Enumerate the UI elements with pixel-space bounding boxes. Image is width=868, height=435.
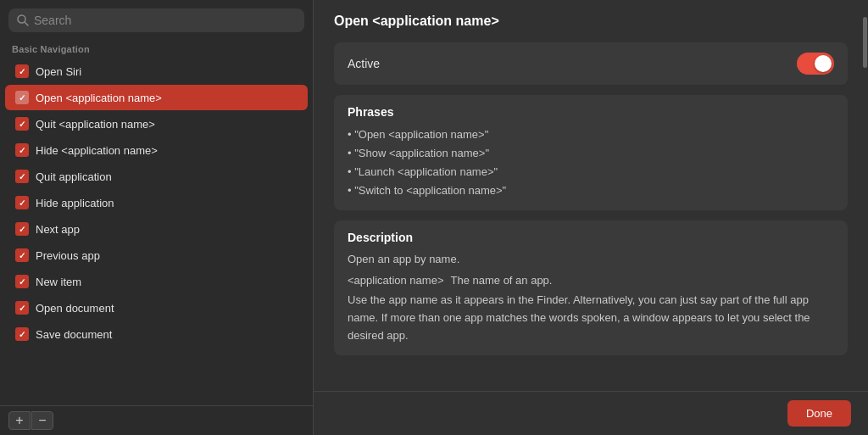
nav-list: ✓Open Siri✓Open <application name>✓Quit … <box>0 58 313 405</box>
phrases-list: • "Open <application name>"• "Show <appl… <box>348 125 834 200</box>
svg-line-1 <box>25 23 29 26</box>
checkbox-open-siri: ✓ <box>15 64 29 78</box>
nav-item-open-application-name[interactable]: ✓Open <application name> <box>5 85 308 110</box>
checkmark-quit-application: ✓ <box>19 172 25 181</box>
detail-panel: Open <application name> Active Phrases •… <box>314 0 868 435</box>
nav-item-open-siri[interactable]: ✓Open Siri <box>5 59 308 84</box>
section-label: Basic Navigation <box>0 39 313 58</box>
scrollbar-thumb <box>863 17 867 68</box>
checkbox-quit-application-name: ✓ <box>15 117 29 131</box>
nav-item-hide-application-name[interactable]: ✓Hide <application name> <box>5 137 308 163</box>
active-section: Active <box>334 42 848 85</box>
nav-item-label-previous-app: Previous app <box>36 249 100 262</box>
nav-item-quit-application-name[interactable]: ✓Quit <application name> <box>5 111 308 137</box>
phrase-item-3: • "Switch to <application name>" <box>348 181 834 200</box>
search-bar <box>8 8 304 32</box>
checkmark-quit-application-name: ✓ <box>19 120 25 129</box>
nav-item-hide-application[interactable]: ✓Hide application <box>5 190 308 215</box>
phrases-title: Phrases <box>348 105 834 119</box>
param-line: <application name> The name of an app. <box>348 274 834 287</box>
nav-item-label-save-document: Save document <box>36 328 112 341</box>
phrase-item-0: • "Open <application name>" <box>348 125 834 144</box>
toggle-knob <box>815 55 832 72</box>
sidebar: Basic Navigation ✓Open Siri✓Open <applic… <box>0 0 314 435</box>
nav-item-label-open-document: Open document <box>36 302 114 315</box>
checkbox-new-item: ✓ <box>15 275 29 288</box>
nav-item-previous-app[interactable]: ✓Previous app <box>5 243 308 268</box>
checkmark-open-siri: ✓ <box>19 67 25 76</box>
detail-footer: Done <box>314 391 868 435</box>
description-title: Description <box>348 231 834 244</box>
checkbox-previous-app: ✓ <box>15 248 29 262</box>
checkbox-hide-application: ✓ <box>15 196 29 209</box>
phrases-section: Phrases • "Open <application name>"• "Sh… <box>334 95 848 210</box>
checkbox-open-application-name: ✓ <box>15 91 29 104</box>
search-icon <box>17 14 29 26</box>
param-name: <application name> <box>348 274 443 287</box>
checkmark-save-document: ✓ <box>19 330 25 339</box>
nav-item-label-quit-application-name: Quit <application name> <box>36 118 155 131</box>
description-section: Description Open an app by name. <applic… <box>334 220 848 354</box>
param-desc: The name of an app. <box>450 274 552 287</box>
description-long: Use the app name as it appears in the Fi… <box>348 292 834 344</box>
detail-content: Open <application name> Active Phrases •… <box>314 0 868 391</box>
nav-item-label-next-app: Next app <box>36 223 80 236</box>
checkmark-previous-app: ✓ <box>19 251 25 260</box>
search-container <box>0 0 313 39</box>
nav-item-label-quit-application: Quit application <box>36 170 112 183</box>
phrase-item-2: • "Launch <application name>" <box>348 163 834 181</box>
nav-item-save-document[interactable]: ✓Save document <box>5 321 308 347</box>
nav-item-next-app[interactable]: ✓Next app <box>5 216 308 242</box>
checkmark-next-app: ✓ <box>19 225 25 234</box>
nav-item-new-item[interactable]: ✓New item <box>5 269 308 294</box>
done-button[interactable]: Done <box>787 400 851 427</box>
nav-item-label-open-application-name: Open <application name> <box>36 92 162 104</box>
checkbox-save-document: ✓ <box>15 327 29 341</box>
remove-button[interactable]: − <box>31 411 53 430</box>
search-input[interactable] <box>34 14 296 27</box>
active-label: Active <box>348 57 380 70</box>
checkmark-hide-application-name: ✓ <box>19 146 25 155</box>
checkbox-hide-application-name: ✓ <box>15 143 29 157</box>
checkbox-quit-application: ✓ <box>15 170 29 183</box>
nav-item-open-document[interactable]: ✓Open document <box>5 295 308 321</box>
checkmark-open-document: ✓ <box>19 304 25 313</box>
checkmark-hide-application: ✓ <box>19 198 25 208</box>
checkmark-new-item: ✓ <box>19 277 25 287</box>
checkbox-next-app: ✓ <box>15 222 29 236</box>
detail-title: Open <application name> <box>334 14 848 29</box>
nav-item-label-hide-application: Hide application <box>36 197 114 209</box>
active-toggle[interactable] <box>797 53 834 75</box>
add-button[interactable]: + <box>8 411 31 430</box>
nav-item-label-hide-application-name: Hide <application name> <box>36 144 158 157</box>
phrase-item-1: • "Show <application name>" <box>348 144 834 163</box>
checkmark-open-application-name: ✓ <box>19 93 25 103</box>
checkbox-open-document: ✓ <box>15 301 29 315</box>
sidebar-footer: + − <box>0 405 313 435</box>
svg-point-0 <box>18 15 25 23</box>
nav-item-label-new-item: New item <box>36 276 81 288</box>
scrollbar[interactable] <box>861 0 868 435</box>
nav-item-quit-application[interactable]: ✓Quit application <box>5 164 308 189</box>
description-short: Open an app by name. <box>348 251 834 269</box>
nav-item-label-open-siri: Open Siri <box>36 65 81 78</box>
